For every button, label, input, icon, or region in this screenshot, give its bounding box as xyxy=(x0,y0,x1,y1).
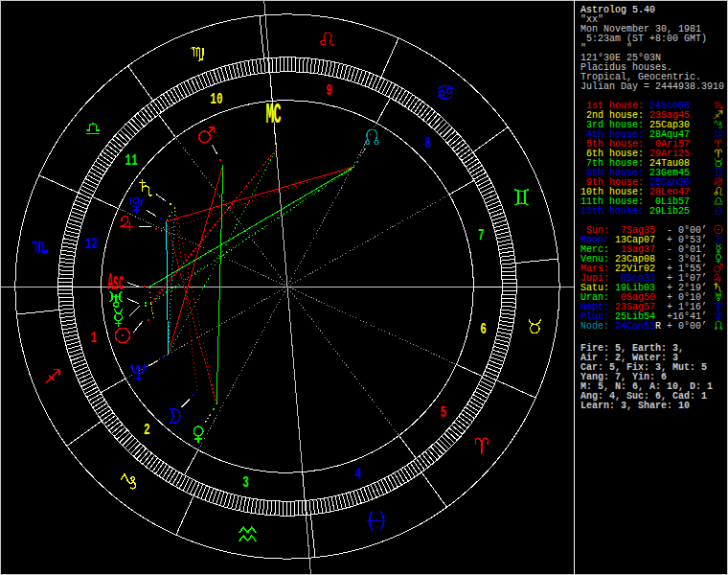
svg-text:12: 12 xyxy=(85,235,98,253)
svg-text:4: 4 xyxy=(355,465,362,483)
svg-text:Julian Day = 2444938.3910: Julian Day = 2444938.3910 xyxy=(580,81,724,92)
svg-text:MC: MC xyxy=(265,100,281,131)
svg-text:3: 3 xyxy=(242,473,249,492)
svg-text:+ 0°00’: + 0°00’ xyxy=(667,321,707,332)
svg-text:5: 5 xyxy=(440,403,446,422)
svg-text:R: R xyxy=(655,321,661,332)
svg-text:1: 1 xyxy=(90,329,97,347)
svg-text:2: 2 xyxy=(144,421,150,439)
svg-text:Learn: 3, Share: 10: Learn: 3, Share: 10 xyxy=(580,401,690,411)
svg-text:12th house:: 12th house: xyxy=(580,206,644,217)
svg-text:24Can53: 24Can53 xyxy=(615,321,655,332)
svg-text:Node:: Node: xyxy=(580,321,609,332)
svg-text:9: 9 xyxy=(326,81,332,100)
svg-text:8: 8 xyxy=(424,134,431,152)
svg-text:Asc: Asc xyxy=(107,268,124,296)
svg-text:29Lib25: 29Lib25 xyxy=(649,206,690,217)
svg-text:11: 11 xyxy=(125,151,138,170)
svg-text:10: 10 xyxy=(210,90,222,108)
svg-text:6: 6 xyxy=(480,320,487,338)
svg-text:7: 7 xyxy=(478,226,485,244)
